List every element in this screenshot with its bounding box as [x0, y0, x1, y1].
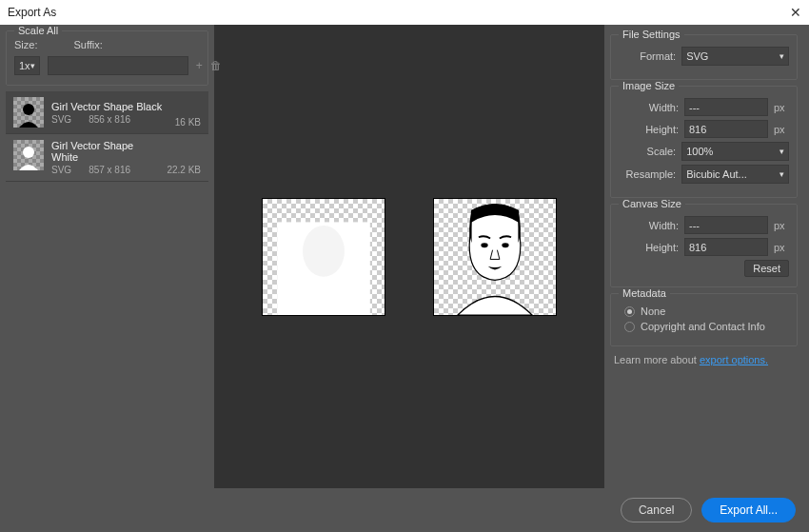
resample-label: Resample: [619, 168, 676, 180]
resample-value: Bicubic Aut... [686, 168, 747, 180]
dialog-footer: Cancel Export All... [0, 488, 809, 532]
height-label: Height: [620, 124, 679, 135]
svg-point-1 [23, 147, 34, 158]
asset-list: Girl Vector Shape Black SVG 856 x 816 16… [6, 91, 208, 182]
dialog-body: Scale All Size: Suffix: 1x ▾ + 🗑 [0, 25, 809, 488]
right-panel: File Settings Format: SVG ▾ Image Size W… [604, 25, 809, 488]
metadata-copyright-radio[interactable]: Copyright and Contact Info [619, 321, 789, 332]
image-size-section: Image Size Width: px Height: px Scale: 1… [610, 86, 798, 198]
unit-px: px [774, 242, 789, 253]
size-select[interactable]: 1x ▾ [14, 56, 40, 75]
size-label: Size: [14, 39, 37, 50]
format-label: Format: [619, 50, 676, 62]
width-label: Width: [620, 102, 679, 113]
export-options-link[interactable]: export options. [700, 354, 768, 365]
scale-label: Scale: [619, 146, 676, 157]
svg-point-4 [481, 243, 487, 247]
asset-item[interactable]: Girl Vector Shape Black SVG 856 x 816 16… [6, 91, 208, 134]
preview-area [214, 25, 604, 488]
size-value: 1x [19, 60, 30, 71]
scale-value: 100% [686, 146, 713, 157]
add-scale-icon[interactable]: + [196, 59, 203, 72]
asset-format: SVG [51, 114, 71, 125]
learn-more-row: Learn more about export options. [614, 354, 794, 365]
left-panel: Scale All Size: Suffix: 1x ▾ + 🗑 [0, 25, 214, 488]
unit-px: px [774, 124, 789, 135]
format-value: SVG [686, 50, 708, 62]
asset-filesize: 22.2 KB [167, 165, 201, 175]
cancel-button[interactable]: Cancel [621, 498, 692, 522]
metadata-none-radio[interactable]: None [619, 305, 789, 317]
chevron-down-icon: ▾ [779, 51, 784, 61]
scale-all-legend: Scale All [14, 25, 62, 36]
radio-icon [624, 306, 635, 317]
canvas-height-label: Height: [620, 242, 679, 253]
svg-point-5 [502, 243, 508, 247]
titlebar: Export As ✕ [0, 0, 809, 25]
asset-name: Girl Vector Shape Black [51, 101, 168, 112]
file-settings-section: File Settings Format: SVG ▾ [610, 34, 798, 80]
delete-scale-icon[interactable]: 🗑 [210, 59, 222, 72]
scale-select[interactable]: 100% ▾ [681, 142, 789, 161]
preview-white [262, 198, 385, 316]
suffix-label: Suffix: [73, 39, 102, 50]
canvas-width-label: Width: [620, 220, 679, 231]
suffix-input[interactable] [48, 56, 188, 75]
export-as-window: Export As ✕ Scale All Size: Suffix: 1x ▾… [0, 0, 809, 532]
window-title: Export As [8, 6, 56, 19]
learn-more-prefix: Learn more about [614, 354, 700, 365]
preview-black [433, 198, 557, 316]
asset-format: SVG [51, 165, 71, 175]
unit-px: px [774, 220, 789, 231]
asset-name: Girl Vector Shape White [51, 140, 159, 163]
svg-point-0 [23, 104, 34, 115]
file-settings-legend: File Settings [619, 29, 684, 40]
asset-thumbnail [13, 140, 44, 170]
image-size-legend: Image Size [619, 80, 679, 91]
chevron-down-icon: ▾ [30, 61, 35, 70]
canvas-size-legend: Canvas Size [619, 198, 685, 209]
height-input[interactable] [684, 120, 768, 138]
close-icon[interactable]: ✕ [790, 5, 801, 20]
metadata-none-label: None [641, 305, 665, 317]
unit-px: px [774, 102, 789, 113]
canvas-size-section: Canvas Size Width: px Height: px Reset [610, 204, 798, 287]
scale-all-section: Scale All Size: Suffix: 1x ▾ + 🗑 [6, 30, 208, 86]
chevron-down-icon: ▾ [779, 147, 784, 156]
reset-button[interactable]: Reset [744, 260, 789, 277]
width-input[interactable] [684, 98, 768, 116]
format-select[interactable]: SVG ▾ [681, 47, 789, 66]
canvas-height-input[interactable] [684, 238, 768, 256]
chevron-down-icon: ▾ [779, 169, 784, 179]
asset-item[interactable]: Girl Vector Shape White SVG 857 x 816 22… [6, 134, 208, 182]
resample-select[interactable]: Bicubic Aut... ▾ [681, 165, 789, 184]
asset-dims: 856 x 816 [89, 114, 130, 125]
export-all-button[interactable]: Export All... [701, 498, 796, 522]
canvas-width-input[interactable] [684, 216, 768, 234]
asset-thumbnail [13, 97, 44, 128]
asset-filesize: 16 KB [175, 117, 201, 128]
radio-icon [624, 322, 635, 332]
metadata-legend: Metadata [619, 287, 670, 299]
metadata-copyright-label: Copyright and Contact Info [641, 321, 765, 332]
asset-dims: 857 x 816 [89, 165, 130, 175]
svg-point-3 [303, 226, 345, 277]
metadata-section: Metadata None Copyright and Contact Info [610, 293, 798, 346]
